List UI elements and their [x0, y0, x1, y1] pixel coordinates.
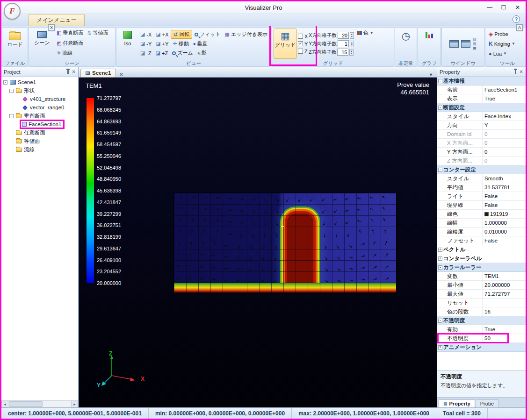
tree-item[interactable]: FaceSection1: [1, 120, 78, 128]
tree-expander[interactable]: -: [9, 114, 14, 118]
property-row[interactable]: 最小値 20.000000: [437, 281, 526, 290]
scene-button[interactable]: シーン: [30, 28, 54, 59]
property-row[interactable]: 最大値 71.272797: [437, 290, 526, 299]
zoom-tool-button[interactable]: ズーム: [170, 49, 195, 57]
property-value[interactable]: 20.000000: [483, 282, 526, 288]
property-row[interactable]: 平均値 31.537781: [437, 183, 526, 192]
property-value[interactable]: 0: [483, 140, 526, 146]
row-expander[interactable]: -: [438, 168, 442, 172]
view-minus-x-button[interactable]: ◪-X: [138, 30, 153, 39]
property-value[interactable]: 0: [483, 149, 526, 155]
property-row[interactable]: - 断面設定: [437, 103, 526, 112]
property-value[interactable]: Smooth: [483, 176, 526, 181]
property-row[interactable]: 線色 191919: [437, 210, 526, 219]
property-row[interactable]: 名前 FaceSection1: [437, 85, 526, 94]
property-row[interactable]: 色の段数 16: [437, 307, 526, 316]
view-minus-z-button[interactable]: ◪-Z: [138, 49, 153, 57]
grid-toggle-button[interactable]: ▦ グリッド: [274, 28, 297, 59]
help-button[interactable]: ?: [513, 15, 520, 23]
property-value[interactable]: 50: [483, 335, 526, 341]
property-row[interactable]: スタイル Smooth: [437, 174, 526, 183]
property-row[interactable]: + アニメーション: [437, 343, 526, 352]
grid-count-input[interactable]: 1: [338, 40, 349, 47]
panel-tab[interactable]: ▦ Probe: [476, 399, 498, 407]
scroll-left-button[interactable]: ◄: [1, 401, 8, 407]
row-expander[interactable]: -: [438, 106, 442, 110]
scene-item-button[interactable]: ✳ 流線: [55, 49, 85, 57]
property-row[interactable]: X 方向面... 0: [437, 139, 526, 148]
tool-button[interactable]: ◈ Probe ▼: [487, 29, 517, 38]
scrollbar-track[interactable]: [8, 401, 71, 407]
property-row[interactable]: - 基本情報: [437, 77, 526, 85]
grid-count-input[interactable]: 20: [338, 32, 349, 39]
rotate-tool-button[interactable]: ↺回転: [171, 30, 192, 39]
spinner[interactable]: ▲▼: [349, 49, 354, 56]
iso-view-button[interactable]: Iso: [118, 28, 137, 59]
move-tool-button[interactable]: ✛移動: [171, 39, 190, 48]
tab-close-icon[interactable]: ✕: [118, 72, 124, 77]
tree-item[interactable]: 流線: [1, 145, 78, 154]
property-row[interactable]: - コンター設定: [437, 165, 526, 174]
property-row[interactable]: 境界線 False: [437, 201, 526, 210]
property-value[interactable]: False: [483, 193, 526, 199]
shadow-button[interactable]: ●影: [195, 49, 209, 57]
scene-item-button[interactable]: ◧ 垂直断面: [55, 28, 85, 37]
property-row[interactable]: - 不透明度: [437, 316, 526, 325]
row-expander[interactable]: +: [438, 256, 442, 261]
tree-expander[interactable]: -: [3, 80, 7, 85]
property-value[interactable]: TEM1: [483, 273, 526, 279]
property-row[interactable]: リセット: [437, 299, 526, 307]
property-row[interactable]: 方向 Y: [437, 121, 526, 130]
tree-item[interactable]: 等値面: [1, 137, 78, 145]
property-value[interactable]: 16: [483, 309, 526, 314]
view-plus-z-button[interactable]: ◪+Z: [154, 49, 170, 57]
tree-item[interactable]: - 垂直断面: [1, 112, 78, 120]
app-menu-orb[interactable]: F: [4, 3, 21, 20]
window-small-icons[interactable]: ▤▥▦: [473, 37, 476, 50]
property-row[interactable]: Y 方向面... 0: [437, 148, 526, 157]
close-icon[interactable]: ✕: [520, 69, 523, 74]
property-value[interactable]: Y: [483, 122, 526, 128]
tree-item[interactable]: 任意断面: [1, 128, 78, 137]
grid-axis-checkbox[interactable]: Y: [298, 41, 308, 47]
scene-item-button[interactable]: ◩ 任意断面: [55, 39, 85, 48]
property-value[interactable]: False: [483, 238, 526, 243]
row-expander[interactable]: -: [438, 265, 442, 270]
property-value[interactable]: 31.537781: [483, 185, 526, 190]
property-row[interactable]: 変数 TEM1: [437, 272, 526, 281]
window-layout-icon[interactable]: [449, 40, 459, 48]
scene-item-button[interactable]: ≋ 等値面: [85, 28, 110, 37]
view-plus-x-button[interactable]: ◪+X: [154, 30, 170, 39]
tool-button[interactable]: ● Lua ▼: [487, 49, 517, 58]
property-row[interactable]: 線精度 0.010000: [437, 228, 526, 236]
property-row[interactable]: + コンターラベル: [437, 254, 526, 263]
pin-icon[interactable]: [67, 70, 69, 74]
spinner[interactable]: ▲▼: [350, 41, 354, 47]
property-value[interactable]: Face Index: [483, 114, 526, 119]
close-button[interactable]: ✕: [511, 1, 525, 14]
grid-axis-checkbox[interactable]: X: [298, 34, 308, 39]
scroll-right-button[interactable]: ►: [71, 401, 78, 407]
tab-list-chevron-icon[interactable]: ▼: [427, 72, 435, 77]
view-plus-y-button[interactable]: ◪+Y: [154, 39, 170, 48]
panel-tab[interactable]: ▦ Property: [439, 399, 475, 407]
close-icon[interactable]: ✕: [72, 69, 76, 74]
tree-item[interactable]: v401_structure: [1, 95, 78, 103]
tool-button[interactable]: K Kriging ▼: [487, 39, 517, 48]
grid-color-button[interactable]: 色 ▼: [355, 28, 375, 37]
property-row[interactable]: Z 方向面... 0: [437, 157, 526, 165]
minimize-button[interactable]: —: [483, 1, 497, 14]
property-row[interactable]: 有効 True: [437, 325, 526, 334]
maximize-button[interactable]: ☐: [497, 1, 511, 14]
property-value[interactable]: 1.000000: [483, 220, 526, 226]
property-value[interactable]: FaceSection1: [483, 87, 526, 93]
edge-display-button[interactable]: ▦エッジ付き表示: [223, 30, 269, 39]
row-expander[interactable]: +: [438, 248, 442, 252]
ribbon-tab-main-menu[interactable]: メインメニュー: [29, 14, 85, 26]
fit-button[interactable]: フィット: [193, 30, 223, 39]
project-horizontal-scrollbar[interactable]: ◄ ►: [1, 400, 78, 407]
property-value[interactable]: False: [483, 202, 526, 208]
property-value[interactable]: 191919: [483, 211, 526, 217]
property-row[interactable]: + ベクトル: [437, 245, 526, 254]
document-tab-scene1[interactable]: Scene1: [80, 69, 116, 77]
